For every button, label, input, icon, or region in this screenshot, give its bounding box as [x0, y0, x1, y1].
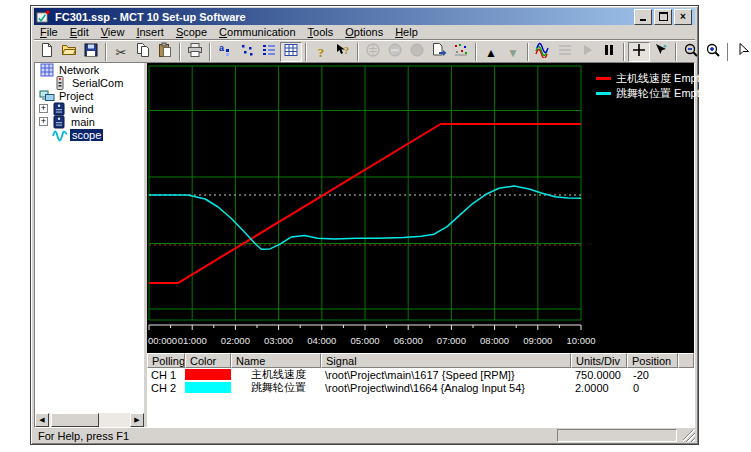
- channel-row[interactable]: CH 1主机线速度\root\Project\main\1617 {Speed …: [147, 368, 694, 381]
- minimize-button[interactable]: [634, 9, 652, 25]
- cell: [185, 382, 231, 393]
- zoom-out-button[interactable]: [680, 42, 702, 62]
- arrow-down-icon: ▼: [507, 43, 519, 61]
- column-header-units-div[interactable]: Units/Div: [571, 353, 627, 368]
- parameter-grid-button[interactable]: [280, 42, 302, 62]
- cell: -20: [627, 369, 678, 381]
- param-grid-icon: [283, 42, 299, 62]
- poll-button[interactable]: [406, 42, 428, 62]
- svg-text:01:000: 01:000: [178, 335, 207, 346]
- legend-label: 跳舞轮位置 Empty: [616, 86, 705, 101]
- zoom-out-icon: [683, 42, 699, 62]
- scope-plot[interactable]: 00:00001:00002:00003:00004:00005:00006:0…: [147, 63, 694, 353]
- legend-label: 主机线速度 Empty: [616, 71, 705, 86]
- stop-communication-button[interactable]: [384, 42, 406, 62]
- param-a-icon: a: [217, 42, 233, 62]
- tree-item-label: main: [69, 116, 97, 128]
- menu-tools[interactable]: Tools: [302, 25, 340, 39]
- toolbar-separator: [475, 43, 477, 61]
- cut-button[interactable]: ✂: [110, 42, 132, 62]
- column-header-signal[interactable]: Signal: [321, 353, 571, 368]
- floppy-icon: [83, 42, 99, 62]
- scatter-sync-button[interactable]: [450, 42, 472, 62]
- arrow-up-icon: ▲: [485, 43, 497, 61]
- move-down-button[interactable]: ▼: [502, 42, 524, 62]
- svg-text:?: ?: [344, 45, 349, 56]
- column-header-polling[interactable]: Polling: [147, 353, 185, 368]
- channel-row[interactable]: CH 2跳舞轮位置\root\Project\wind\1664 {Analog…: [147, 381, 694, 394]
- cell: 跳舞轮位置: [231, 380, 321, 395]
- tree-horizontal-scrollbar[interactable]: ◀ ▶: [35, 413, 144, 427]
- menu-options[interactable]: Options: [339, 25, 389, 39]
- zoom-in-button[interactable]: [702, 42, 724, 62]
- crosshair-cursor-button[interactable]: [628, 42, 650, 62]
- context-help-icon: ?: [335, 42, 351, 62]
- menu-scope[interactable]: Scope: [170, 25, 213, 39]
- scroll-track[interactable]: [49, 413, 130, 427]
- context-help-button[interactable]: ?: [332, 42, 354, 62]
- legend-entry: 跳舞轮位置 Empty: [596, 86, 705, 101]
- menu-help[interactable]: Help: [389, 25, 424, 39]
- title-bar[interactable]: FC301.ssp - MCT 10 Set-up Software ×: [34, 8, 695, 25]
- expand-plus-icon[interactable]: +: [39, 117, 48, 126]
- pointer-mode-button[interactable]: [732, 42, 751, 62]
- toolbar-separator: [727, 43, 729, 61]
- save-file-button[interactable]: [80, 42, 102, 62]
- window-controls: ×: [634, 9, 692, 25]
- pointer-icon: [735, 42, 751, 62]
- track-cursor-button[interactable]: [650, 42, 672, 62]
- legend-entry: 主机线速度 Empty: [596, 71, 705, 86]
- print-button[interactable]: [184, 42, 206, 62]
- svg-text:08:000: 08:000: [480, 335, 509, 346]
- scope-wave-icon: [52, 128, 68, 142]
- scroll-thumb[interactable]: [51, 413, 99, 427]
- legend-color-dash: [596, 92, 611, 95]
- toolbar-separator: [105, 43, 107, 61]
- gray-circle-icon: [409, 42, 425, 62]
- scope-legend: 主机线速度 Empty跳舞轮位置 Empty: [596, 71, 705, 101]
- channel-table-body: CH 1主机线速度\root\Project\main\1617 {Speed …: [147, 368, 694, 394]
- scope-chart[interactable]: 00:00001:00002:00003:00004:00005:00006:0…: [147, 63, 694, 353]
- parameter-points-button[interactable]: [236, 42, 258, 62]
- menu-bar: FileEditViewInsertScopeCommunicationTool…: [34, 25, 695, 39]
- resize-grip[interactable]: [683, 430, 695, 442]
- menu-edit[interactable]: Edit: [64, 25, 95, 39]
- column-header-position[interactable]: Position: [627, 353, 678, 368]
- menu-insert[interactable]: Insert: [130, 25, 170, 39]
- menu-view[interactable]: View: [95, 25, 131, 39]
- read-from-drive-button[interactable]: [362, 42, 384, 62]
- pause-scope-button[interactable]: [598, 42, 620, 62]
- page-icon: [39, 42, 55, 62]
- channel-lines-button[interactable]: [554, 42, 576, 62]
- column-header-name[interactable]: Name: [231, 353, 321, 368]
- close-button[interactable]: ×: [674, 9, 692, 25]
- write-to-drive-button[interactable]: [428, 42, 450, 62]
- scope-panel: 00:00001:00002:00003:00004:00005:00006:0…: [147, 63, 694, 427]
- paste-button[interactable]: [154, 42, 176, 62]
- insert-parameter-button[interactable]: a: [214, 42, 236, 62]
- cell: 2.0000: [571, 382, 627, 394]
- column-header-color[interactable]: Color: [185, 353, 231, 368]
- expand-plus-icon[interactable]: +: [39, 104, 48, 113]
- parameter-list-button[interactable]: [258, 42, 280, 62]
- new-file-button[interactable]: [36, 42, 58, 62]
- column-header-blank[interactable]: [678, 353, 694, 368]
- track-icon: [653, 42, 669, 62]
- menu-file[interactable]: File: [34, 25, 64, 39]
- start-scope-button[interactable]: [576, 42, 598, 62]
- svg-text:07:000: 07:000: [437, 335, 466, 346]
- scroll-left-button[interactable]: ◀: [35, 413, 49, 427]
- scope-channels-button[interactable]: [532, 42, 554, 62]
- open-file-button[interactable]: [58, 42, 80, 62]
- app-icon: [36, 9, 52, 24]
- copy-button[interactable]: [132, 42, 154, 62]
- help-button[interactable]: ?: [310, 42, 332, 62]
- maximize-button[interactable]: [654, 9, 672, 25]
- tree-item-label: wind: [69, 103, 96, 115]
- scissors-icon: ✂: [116, 43, 127, 61]
- scroll-right-button[interactable]: ▶: [130, 413, 144, 427]
- tree-item-scope[interactable]: scope: [35, 128, 144, 141]
- app-window: FC301.ssp - MCT 10 Set-up Software × Fil…: [30, 5, 699, 445]
- menu-communication[interactable]: Communication: [213, 25, 301, 39]
- move-up-button[interactable]: ▲: [480, 42, 502, 62]
